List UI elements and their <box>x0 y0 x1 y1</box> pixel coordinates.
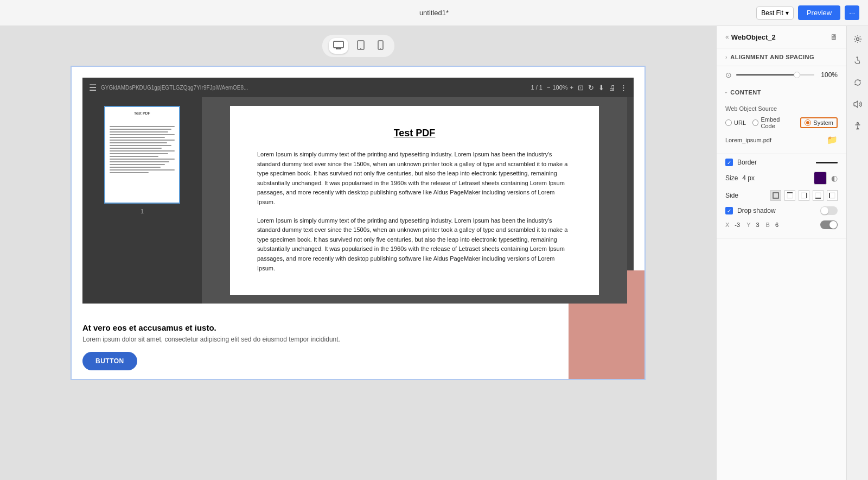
url-radio-circle <box>725 119 732 126</box>
y-value: 3 <box>756 222 759 228</box>
thumb-line <box>110 164 165 165</box>
more-button[interactable]: ··· <box>845 5 859 20</box>
below-pdf-content: At vero eos et accusamus et iusto. Lorem… <box>72 314 644 379</box>
content-section-header[interactable]: › CONTENT <box>717 84 846 101</box>
pdf-content: Test PDF <box>82 97 634 304</box>
embed-code-radio-option[interactable]: Embed Code <box>752 116 794 129</box>
pdf-sidebar: Test PDF <box>82 97 202 304</box>
pdf-more-icon[interactable]: ⋮ <box>620 84 627 92</box>
top-bar-right: Best Fit ▾ Preview ··· <box>756 5 859 20</box>
side-row: Side <box>725 190 838 201</box>
side-right-button[interactable] <box>799 190 809 201</box>
source-radio-group: URL Embed Code System <box>725 116 838 129</box>
side-bottom-button[interactable] <box>813 190 824 201</box>
accessibility-icon-button[interactable] <box>849 117 866 135</box>
size-value: 4 px <box>742 174 755 182</box>
below-body: Lorem ipsum dolor sit amet, consectetur … <box>82 336 634 343</box>
thumb-line <box>110 137 165 138</box>
b-label: B <box>766 222 770 228</box>
svg-point-7 <box>380 48 381 49</box>
border-checkbox[interactable]: ✓ <box>725 159 733 166</box>
embed-code-radio-circle <box>752 119 758 126</box>
preview-button[interactable]: Preview <box>798 5 840 20</box>
side-left-button[interactable] <box>827 190 838 201</box>
alignment-chevron-icon: › <box>725 54 727 60</box>
settings-icon-button[interactable] <box>849 30 866 48</box>
size-label: Size <box>725 174 738 182</box>
thumb-line <box>110 131 168 132</box>
file-row: Lorem_ipsum.pdf 📁 <box>725 135 838 145</box>
pdf-page: Test PDF Lorem Ipsum is simply dummy tex… <box>230 106 599 295</box>
panel-chevron-left[interactable]: « <box>725 33 729 41</box>
pdf-viewer[interactable]: ☰ GYGkIAMDsPKDUG1gpjEGTLGZQqg7YIr9FJpiWA… <box>82 78 634 304</box>
zoom-plus-icon[interactable]: + <box>570 84 573 91</box>
alignment-section-title: ALIGNMENT AND SPACING <box>730 54 814 60</box>
shadow-toggle-thumb <box>821 207 828 214</box>
pdf-thumbnail: Test PDF <box>104 106 180 204</box>
thumb-line <box>110 159 175 160</box>
shadow-color-thumb <box>829 221 837 229</box>
tablet-device-button[interactable] <box>353 38 369 54</box>
x-label: X <box>725 222 729 228</box>
pdf-print-icon[interactable]: 🖨 <box>609 84 616 92</box>
color-toggle-icon[interactable]: ◐ <box>831 174 838 182</box>
pdf-page-info: 1 / 1 <box>531 84 542 91</box>
panel-monitor-icon[interactable]: 🖥 <box>830 33 838 41</box>
thumb-line <box>110 172 149 173</box>
drop-shadow-label: Drop shadow <box>737 207 816 214</box>
svg-rect-13 <box>815 193 821 198</box>
shadow-color-toggle[interactable] <box>820 220 838 229</box>
zoom-minus-icon[interactable]: − <box>547 84 550 91</box>
top-bar: untitled1* Best Fit ▾ Preview ··· <box>0 0 868 26</box>
url-radio-option[interactable]: URL <box>725 119 746 126</box>
cta-button[interactable]: BUTTON <box>82 352 137 370</box>
shadow-x-item: X -3 <box>725 222 740 228</box>
thumb-line <box>110 126 175 127</box>
content-chevron-icon: › <box>723 91 729 93</box>
border-row: ✓ Border <box>725 159 838 166</box>
audio-icon-button[interactable] <box>849 96 866 113</box>
border-color-swatch[interactable] <box>814 172 827 185</box>
folder-icon[interactable]: 📁 <box>827 135 838 145</box>
best-fit-dropdown[interactable]: Best Fit ▾ <box>756 7 794 20</box>
best-fit-label: Best Fit <box>761 9 783 17</box>
svg-point-17 <box>856 38 859 41</box>
pdf-rotate-icon[interactable]: ↻ <box>588 84 594 92</box>
pdf-download-icon[interactable]: ⬇ <box>598 84 604 92</box>
animation-icon-button[interactable] <box>849 74 866 91</box>
zoom-value: 100% <box>552 84 567 91</box>
svg-rect-15 <box>829 193 835 198</box>
canvas-area: ☰ GYGkIAMDsPKDUG1gpjEGTLGZQqg7YIr9FJpiWA… <box>0 26 716 480</box>
panel-header-left: « WebObject_2 <box>725 33 776 41</box>
document-title: untitled1* <box>419 9 449 17</box>
drop-shadow-checkbox[interactable]: ✓ <box>725 207 733 214</box>
x-value: -3 <box>735 222 740 228</box>
desktop-device-button[interactable] <box>329 38 348 54</box>
opacity-slider[interactable] <box>736 74 814 75</box>
thumb-line <box>110 148 162 149</box>
shadow-toggle[interactable] <box>820 206 838 215</box>
pdf-menu-icon[interactable]: ☰ <box>89 83 97 93</box>
side-left-icon <box>829 192 835 199</box>
thumb-line <box>110 150 175 151</box>
pdf-thumb-number: 1 <box>141 208 144 214</box>
alignment-section-header[interactable]: › ALIGNMENT AND SPACING <box>717 48 846 66</box>
panel-title: WebObject_2 <box>731 33 776 41</box>
content-section-title: CONTENT <box>730 89 761 96</box>
side-all-button[interactable] <box>770 190 781 201</box>
pdf-fit-icon[interactable]: ⊡ <box>578 84 584 92</box>
below-heading: At vero eos et accusamus et iusto. <box>82 323 634 332</box>
device-toolbar <box>322 35 394 57</box>
web-object-source-label: Web Object Source <box>725 105 838 112</box>
y-label: Y <box>746 222 750 228</box>
pdf-url: GYGkIAMDsPKDUG1gpjEGTLGZQqg7YIr9FJpiWAem… <box>101 85 527 91</box>
thumb-line <box>110 129 171 130</box>
pdf-toolbar: ☰ GYGkIAMDsPKDUG1gpjEGTLGZQqg7YIr9FJpiWA… <box>82 78 634 97</box>
pdf-thumb-lines <box>110 126 175 173</box>
touch-icon-button[interactable] <box>849 52 866 70</box>
border-section: ✓ Border Size 4 px ◐ Side <box>717 154 846 238</box>
system-radio-option[interactable]: System <box>800 117 838 128</box>
mobile-device-button[interactable] <box>373 38 388 54</box>
side-top-button[interactable] <box>784 190 795 201</box>
side-bottom-icon <box>815 192 821 199</box>
